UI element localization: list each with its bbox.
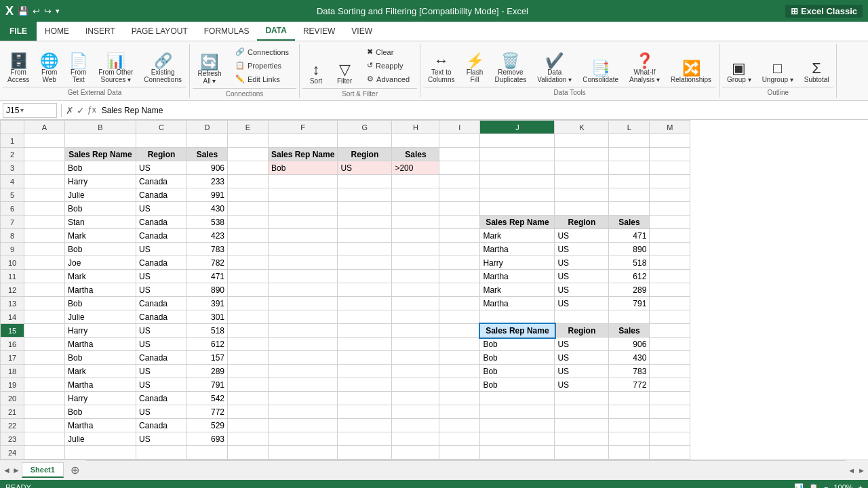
row-header-22[interactable]: 22 (1, 419, 24, 432)
table-row[interactable] (338, 202, 392, 216)
table-row[interactable]: Julie (65, 432, 136, 446)
btn-edit-links[interactable]: ✏️ Edit Links (231, 73, 294, 85)
table-row[interactable] (392, 351, 439, 365)
quick-save-btn[interactable]: 💾 (18, 6, 28, 16)
btn-from-text[interactable]: 📄 FromText (64, 52, 92, 85)
zoom-in-btn[interactable]: + (859, 483, 863, 488)
table-row[interactable] (228, 229, 269, 243)
table-row[interactable] (480, 446, 555, 460)
formula-input[interactable] (99, 104, 865, 117)
table-row[interactable]: Bob (65, 351, 136, 365)
table-row[interactable] (269, 216, 338, 229)
table-row[interactable]: 157 (187, 351, 228, 365)
table-row[interactable]: Sales (609, 324, 650, 338)
table-row[interactable]: 430 (609, 351, 650, 365)
table-row[interactable] (480, 161, 555, 175)
table-row[interactable] (24, 365, 65, 378)
table-row[interactable] (609, 310, 650, 324)
table-row[interactable] (136, 134, 187, 148)
table-row[interactable]: US (136, 378, 187, 392)
col-header-d[interactable]: D (187, 121, 228, 134)
sheet-scroll-right[interactable]: ► (12, 466, 20, 475)
table-row[interactable] (480, 419, 555, 432)
btn-from-web[interactable]: 🌐 FromWeb (35, 52, 63, 85)
table-row[interactable] (555, 392, 609, 405)
btn-properties[interactable]: 📋 Properties (231, 59, 294, 72)
table-row[interactable] (392, 283, 439, 297)
table-row[interactable]: Sales Rep Name (269, 148, 338, 161)
table-row[interactable] (228, 419, 269, 432)
table-row[interactable]: Canada (136, 175, 187, 188)
table-row[interactable]: Sales Rep Name (480, 216, 555, 229)
table-row[interactable] (392, 134, 439, 148)
redo-btn[interactable]: ↪ (44, 6, 52, 16)
table-row[interactable]: Region (338, 148, 392, 161)
table-row[interactable] (338, 419, 392, 432)
table-row[interactable]: Bob (65, 405, 136, 419)
table-row[interactable] (338, 175, 392, 188)
table-row[interactable]: US (136, 405, 187, 419)
table-row[interactable] (555, 432, 609, 446)
tab-formulas[interactable]: FORMULAS (196, 22, 258, 41)
table-row[interactable] (439, 432, 480, 446)
table-row[interactable]: US (136, 202, 187, 216)
table-row[interactable] (439, 283, 480, 297)
table-row[interactable] (187, 446, 228, 460)
table-row[interactable] (338, 310, 392, 324)
table-row[interactable]: US (136, 338, 187, 351)
table-row[interactable] (136, 446, 187, 460)
btn-reapply[interactable]: ↺ Reapply (362, 59, 414, 72)
table-row[interactable]: 693 (187, 432, 228, 446)
table-row[interactable] (24, 161, 65, 175)
table-row[interactable] (24, 148, 65, 161)
table-row[interactable] (338, 243, 392, 256)
btn-clear[interactable]: ✖ Clear (362, 45, 414, 58)
row-header-9[interactable]: 9 (1, 243, 24, 256)
table-row[interactable] (24, 405, 65, 419)
table-row[interactable] (269, 432, 338, 446)
table-row[interactable] (650, 134, 690, 148)
sheet-scroll-left[interactable]: ◄ (3, 466, 11, 475)
table-row[interactable]: Mark (65, 365, 136, 378)
table-row[interactable]: Region (136, 148, 187, 161)
btn-connections[interactable]: 🔗 Connections (231, 45, 294, 58)
tab-view[interactable]: VIEW (343, 22, 380, 41)
table-row[interactable]: Canada (136, 419, 187, 432)
table-row[interactable] (392, 405, 439, 419)
table-row[interactable]: 538 (187, 216, 228, 229)
table-row[interactable] (24, 175, 65, 188)
table-row[interactable] (609, 432, 650, 446)
table-row[interactable]: 301 (187, 310, 228, 324)
table-row[interactable] (439, 256, 480, 270)
tab-insert[interactable]: INSERT (77, 22, 123, 41)
table-row[interactable]: Bob (65, 202, 136, 216)
table-row[interactable] (187, 134, 228, 148)
table-row[interactable] (24, 432, 65, 446)
table-row[interactable] (228, 297, 269, 310)
table-row[interactable] (439, 405, 480, 419)
table-row[interactable] (392, 392, 439, 405)
table-row[interactable] (439, 392, 480, 405)
table-row[interactable] (269, 324, 338, 338)
table-row[interactable] (269, 188, 338, 202)
row-header-4[interactable]: 4 (1, 175, 24, 188)
table-row[interactable] (269, 283, 338, 297)
table-row[interactable]: Sales (609, 216, 650, 229)
table-row[interactable] (609, 188, 650, 202)
table-row[interactable] (439, 378, 480, 392)
table-row[interactable] (228, 148, 269, 161)
btn-text-to-columns[interactable]: ↔️ Text toColumns (423, 52, 459, 85)
table-row[interactable] (228, 365, 269, 378)
btn-consolidate[interactable]: 📑 Consolidate (578, 59, 623, 85)
row-header-14[interactable]: 14 (1, 310, 24, 324)
table-row[interactable] (228, 134, 269, 148)
cancel-formula-icon[interactable]: ✗ (66, 105, 74, 116)
table-row[interactable]: Canada (136, 351, 187, 365)
btn-group[interactable]: ▣ Group ▾ (722, 59, 756, 85)
table-row[interactable]: 791 (609, 297, 650, 310)
btn-relationships[interactable]: 🔀 Relationships (666, 59, 716, 85)
table-row[interactable] (228, 161, 269, 175)
horiz-scroll-right[interactable]: ► (858, 466, 865, 474)
table-row[interactable] (609, 419, 650, 432)
table-row[interactable] (228, 324, 269, 338)
